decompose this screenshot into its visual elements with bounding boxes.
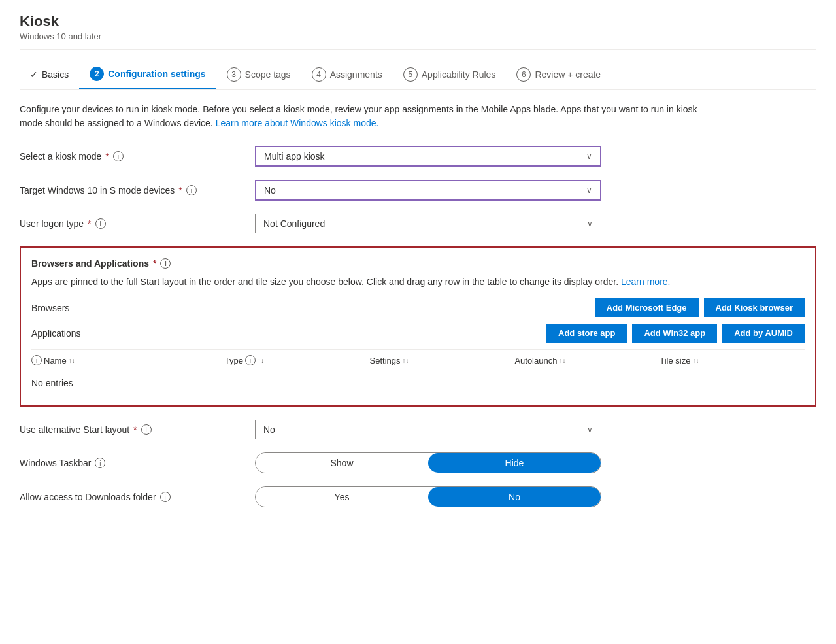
col-header-autolaunch: Autolaunch ↑↓: [514, 356, 660, 365]
add-by-aumid-button[interactable]: Add by AUMID: [722, 324, 805, 343]
windows-taskbar-label-text: Windows Taskbar: [20, 458, 91, 468]
alt-start-layout-info-icon[interactable]: i: [141, 424, 152, 435]
alt-start-layout-value: No: [263, 424, 275, 435]
page-header: Kiosk Windows 10 and later: [20, 13, 816, 50]
browsers-apps-title: Browsers and Applications: [31, 258, 149, 269]
step-assignments-label: Assignments: [330, 69, 382, 80]
user-logon-label: User logon type * i: [20, 218, 255, 229]
step-2-number: 2: [90, 67, 104, 81]
add-win32-app-button[interactable]: Add Win32 app: [632, 324, 717, 343]
col-autolaunch-sort-icon[interactable]: ↑↓: [559, 357, 565, 364]
user-logon-field-row: User logon type * i Not Configured ∨: [20, 214, 816, 233]
wizard-step-basics[interactable]: ✓ Basics: [20, 63, 79, 86]
allow-downloads-label-text: Allow access to Downloads folder: [20, 492, 156, 502]
user-logon-chevron: ∨: [587, 219, 593, 228]
col-name-info-icon[interactable]: i: [31, 355, 42, 365]
applications-label: Applications: [31, 328, 136, 339]
col-header-tilesize: Tile size ↑↓: [660, 356, 805, 365]
windows-taskbar-info-icon[interactable]: i: [95, 458, 105, 468]
step-applicability-label: Applicability Rules: [422, 69, 496, 80]
kiosk-mode-info-icon[interactable]: i: [113, 151, 124, 161]
no-entries-text: No entries: [31, 378, 73, 388]
user-logon-info-icon[interactable]: i: [95, 218, 106, 229]
allow-downloads-label: Allow access to Downloads folder i: [20, 492, 255, 502]
col-settings-sort-icon[interactable]: ↑↓: [403, 357, 409, 364]
col-type-label: Type: [225, 356, 243, 365]
col-autolaunch-label: Autolaunch: [514, 356, 557, 365]
step-3-number: 3: [227, 67, 241, 82]
section-learn-more-link[interactable]: Learn more.: [621, 277, 670, 287]
col-header-settings: Settings ↑↓: [370, 356, 515, 365]
applications-row: Applications Add store app Add Win32 app…: [31, 324, 805, 343]
learn-more-link[interactable]: Learn more about Windows kiosk mode.: [216, 118, 379, 128]
kiosk-mode-value: Multi app kiosk: [264, 151, 325, 161]
windows-taskbar-row: Windows Taskbar i Show Hide: [20, 452, 816, 473]
windows-taskbar-toggle[interactable]: Show Hide: [255, 452, 601, 473]
allow-downloads-info-icon[interactable]: i: [160, 492, 171, 502]
section-desc-text: Apps are pinned to the full Start layout…: [31, 277, 618, 287]
add-kiosk-browser-button[interactable]: Add Kiosk browser: [704, 298, 805, 317]
target-windows-chevron: ∨: [586, 186, 592, 195]
col-settings-label: Settings: [370, 356, 401, 365]
learn-more-text: Learn more about Windows kiosk mode.: [216, 118, 379, 128]
col-header-name: i Name ↑↓: [31, 355, 225, 365]
wizard-step-assignments[interactable]: 4 Assignments: [301, 61, 393, 88]
col-tilesize-sort-icon[interactable]: ↑↓: [692, 357, 699, 364]
configuration-description: Configure your devices to run in kiosk m…: [20, 103, 706, 130]
browsers-btn-group: Add Microsoft Edge Add Kiosk browser: [595, 298, 805, 317]
check-icon: ✓: [30, 69, 38, 80]
alt-start-layout-chevron: ∨: [587, 425, 593, 434]
user-logon-value: Not Configured: [263, 218, 325, 229]
alt-start-layout-dropdown[interactable]: No ∨: [255, 420, 601, 439]
step-6-number: 6: [516, 67, 531, 82]
col-type-sort-icon[interactable]: ↑↓: [258, 357, 264, 364]
taskbar-show-option[interactable]: Show: [256, 453, 428, 473]
step-scope-label: Scope tags: [245, 69, 291, 80]
downloads-yes-option[interactable]: Yes: [256, 487, 428, 507]
user-logon-label-text: User logon type: [20, 218, 84, 229]
alt-start-layout-field-row: Use alternative Start layout * i No ∨: [20, 420, 816, 439]
wizard-step-applicability[interactable]: 5 Applicability Rules: [393, 61, 507, 88]
alt-start-layout-label: Use alternative Start layout * i: [20, 424, 255, 435]
alt-start-layout-required: *: [133, 424, 137, 435]
add-store-app-button[interactable]: Add store app: [546, 324, 627, 343]
alt-start-layout-label-text: Use alternative Start layout: [20, 424, 129, 435]
col-name-label: Name: [44, 356, 67, 365]
step-review-label: Review + create: [535, 69, 601, 80]
wizard-step-scope[interactable]: 3 Scope tags: [216, 61, 301, 88]
kiosk-mode-dropdown[interactable]: Multi app kiosk ∨: [255, 146, 601, 167]
browsers-apps-info-icon[interactable]: i: [160, 258, 171, 269]
col-tilesize-label: Tile size: [660, 356, 690, 365]
browsers-apps-description: Apps are pinned to the full Start layout…: [31, 275, 805, 289]
kiosk-mode-label: Select a kiosk mode * i: [20, 151, 255, 161]
allow-downloads-row: Allow access to Downloads folder i Yes N…: [20, 486, 816, 507]
add-microsoft-edge-button[interactable]: Add Microsoft Edge: [595, 298, 699, 317]
target-windows-field-row: Target Windows 10 in S mode devices * i …: [20, 180, 816, 201]
step-basics-label: Basics: [42, 69, 69, 80]
browsers-apps-section: Browsers and Applications * i Apps are p…: [20, 246, 816, 407]
browsers-apps-required: *: [153, 258, 156, 269]
page-title: Kiosk: [20, 13, 816, 30]
wizard-steps: ✓ Basics 2 Configuration settings 3 Scop…: [20, 60, 816, 90]
col-type-info-icon[interactable]: i: [245, 355, 256, 365]
taskbar-hide-option[interactable]: Hide: [428, 453, 601, 473]
windows-taskbar-label: Windows Taskbar i: [20, 458, 255, 468]
target-windows-info-icon[interactable]: i: [186, 185, 197, 195]
allow-downloads-toggle[interactable]: Yes No: [255, 486, 601, 507]
target-windows-required: *: [178, 185, 182, 195]
target-windows-value: No: [264, 185, 276, 195]
browsers-label: Browsers: [31, 303, 136, 313]
step-5-number: 5: [403, 67, 418, 82]
wizard-step-review[interactable]: 6 Review + create: [506, 61, 611, 88]
target-windows-dropdown[interactable]: No ∨: [255, 180, 601, 201]
kiosk-mode-chevron: ∨: [586, 152, 592, 161]
kiosk-mode-label-text: Select a kiosk mode: [20, 151, 101, 161]
downloads-no-option[interactable]: No: [428, 487, 601, 507]
col-name-sort-icon[interactable]: ↑↓: [69, 357, 75, 364]
kiosk-mode-field-row: Select a kiosk mode * i Multi app kiosk …: [20, 146, 816, 167]
user-logon-dropdown[interactable]: Not Configured ∨: [255, 214, 601, 233]
target-windows-label-text: Target Windows 10 in S mode devices: [20, 185, 175, 195]
wizard-step-configuration[interactable]: 2 Configuration settings: [79, 60, 216, 89]
user-logon-required: *: [88, 218, 91, 229]
browsers-row: Browsers Add Microsoft Edge Add Kiosk br…: [31, 298, 805, 317]
